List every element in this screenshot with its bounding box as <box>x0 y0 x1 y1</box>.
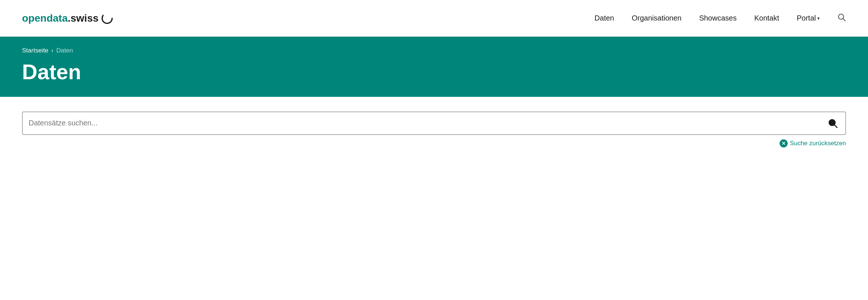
search-input[interactable] <box>29 119 826 127</box>
nav-item-portal[interactable]: Portal ▾ <box>797 14 820 22</box>
nav-item-daten[interactable]: Daten <box>595 14 614 22</box>
logo-icon <box>101 12 113 25</box>
nav-item-showcases[interactable]: Showcases <box>699 14 737 22</box>
search-section: ✕ Suche zurücksetzen <box>0 97 868 155</box>
reset-label: Suche zurücksetzen <box>790 140 846 147</box>
svg-line-2 <box>843 19 846 21</box>
breadcrumb-home-link[interactable]: Startseite <box>22 47 48 54</box>
logo-opendata: opendata <box>22 12 68 24</box>
reset-row: ✕ Suche zurücksetzen <box>22 139 846 147</box>
page-title: Daten <box>22 60 846 84</box>
svg-point-0 <box>102 13 112 23</box>
breadcrumb-current: Daten <box>56 47 73 54</box>
breadcrumb-separator: › <box>51 47 54 54</box>
svg-point-3 <box>829 120 835 125</box>
nav-search-button[interactable] <box>837 13 846 24</box>
search-submit-button[interactable] <box>826 117 839 130</box>
search-bar <box>22 111 846 135</box>
main-nav: Daten Organisationen Showcases Kontakt P… <box>595 13 846 24</box>
nav-item-organisationen[interactable]: Organisationen <box>632 14 682 22</box>
site-header: opendata .swiss Daten Organisationen Sho… <box>0 0 868 37</box>
search-submit-icon <box>828 118 838 128</box>
portal-chevron-icon: ▾ <box>817 16 820 21</box>
hero-banner: Startseite › Daten Daten <box>0 37 868 97</box>
svg-line-4 <box>835 125 837 127</box>
reset-icon: ✕ <box>780 139 788 147</box>
nav-item-kontakt[interactable]: Kontakt <box>754 14 779 22</box>
logo-dot-swiss: .swiss <box>68 12 98 24</box>
breadcrumb: Startseite › Daten <box>22 47 846 54</box>
svg-point-1 <box>839 14 844 19</box>
reset-search-link[interactable]: ✕ Suche zurücksetzen <box>780 139 846 147</box>
site-logo[interactable]: opendata .swiss <box>22 12 113 25</box>
